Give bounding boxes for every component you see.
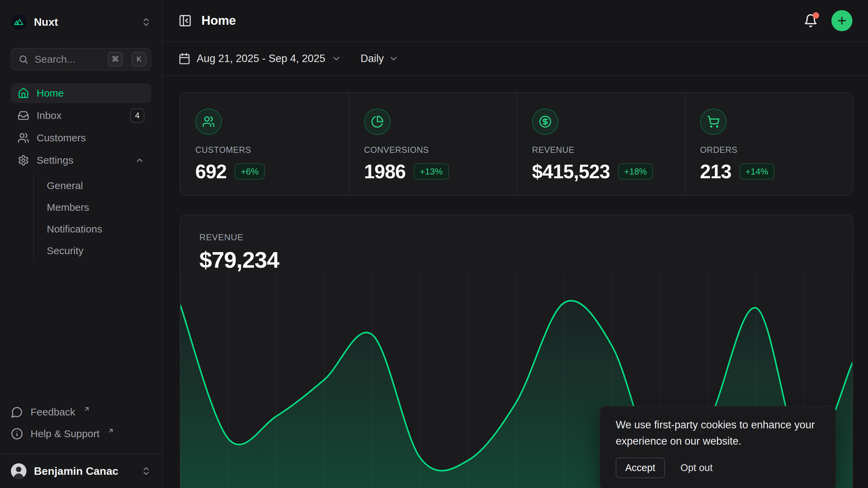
revenue-chart-value: $79,234 — [199, 247, 833, 273]
help-support-label: Help & Support — [31, 428, 99, 440]
user-name: Benjamin Canac — [34, 465, 118, 477]
stat-value: 1986 — [364, 160, 406, 183]
chevron-down-icon — [331, 54, 341, 64]
sidebar-spacer — [0, 262, 162, 401]
info-circle-icon — [11, 428, 23, 440]
home-icon — [18, 87, 29, 99]
accept-button[interactable]: Accept — [616, 458, 665, 478]
stat-label: ORDERS — [700, 145, 838, 155]
stat-value: 213 — [700, 160, 731, 183]
help-support-link[interactable]: Help & Support — [11, 423, 151, 445]
notifications-button[interactable] — [804, 14, 818, 28]
calendar-icon — [178, 53, 191, 65]
revenue-chart-label: REVENUE — [199, 232, 833, 243]
sidebar-toggle-icon[interactable] — [178, 14, 192, 27]
sidebar: Nuxt ⌘ K Home — [0, 0, 163, 488]
interval-value: Daily — [360, 53, 384, 65]
opt-out-button[interactable]: Opt out — [680, 462, 713, 473]
pie-chart-icon — [364, 108, 391, 135]
interval-select[interactable]: Daily — [360, 53, 399, 65]
dollar-circle-icon — [532, 108, 558, 135]
sidebar-footer: Feedback Help & Support — [0, 401, 162, 453]
cookie-message: We use first-party cookies to enhance yo… — [616, 417, 820, 449]
cart-icon — [700, 108, 727, 135]
sidebar-item-label: Inbox — [37, 110, 61, 121]
stat-delta-badge: +13% — [414, 163, 449, 180]
sidebar-user-section: Benjamin Canac — [0, 453, 162, 488]
sidebar-nav: Home Inbox 4 Customers Settings — [0, 83, 162, 262]
chevrons-up-down-icon — [141, 466, 151, 476]
stat-card-revenue: REVENUE $415,523 +18% — [516, 93, 685, 195]
stat-delta-badge: +14% — [739, 163, 774, 180]
gear-icon — [18, 155, 29, 166]
stat-card-customers: CUSTOMERS 692 +6% — [180, 93, 349, 195]
page-title: Home — [201, 14, 236, 28]
inbox-count-badge: 4 — [130, 108, 144, 123]
sidebar-item-home[interactable]: Home — [11, 83, 151, 103]
stat-delta-badge: +6% — [235, 163, 265, 180]
stat-delta-badge: +18% — [618, 163, 653, 180]
avatar — [11, 463, 26, 479]
external-link-icon — [83, 406, 90, 412]
cookie-actions: Accept Opt out — [616, 458, 820, 478]
sidebar-item-customers[interactable]: Customers — [11, 128, 151, 148]
stat-label: CONVERSIONS — [364, 145, 502, 155]
feedback-label: Feedback — [31, 406, 75, 418]
search-icon — [18, 54, 28, 64]
page-header: Home — [163, 0, 868, 42]
kbd-meta: ⌘ — [108, 52, 123, 67]
add-button[interactable] — [831, 10, 852, 31]
sidebar-subitem-notifications[interactable]: Notifications — [47, 218, 151, 240]
chat-bubble-icon — [11, 406, 23, 418]
feedback-link[interactable]: Feedback — [11, 401, 151, 423]
date-range-value: Aug 21, 2025 - Sep 4, 2025 — [197, 53, 325, 65]
chevron-down-icon — [389, 54, 399, 64]
sidebar-item-label: Home — [37, 87, 64, 99]
sidebar-subitem-general[interactable]: General — [47, 175, 151, 197]
search-input[interactable] — [35, 54, 102, 65]
filters-toolbar: Aug 21, 2025 - Sep 4, 2025 Daily — [163, 42, 868, 76]
users-icon — [195, 108, 222, 135]
stat-label: CUSTOMERS — [195, 145, 334, 155]
external-link-icon — [107, 427, 114, 434]
stat-value: $415,523 — [532, 160, 610, 183]
chevron-up-icon — [135, 156, 144, 165]
notification-dot — [813, 12, 819, 19]
sidebar-top: Nuxt ⌘ K — [0, 0, 162, 70]
chevrons-up-down-icon — [141, 17, 151, 27]
sidebar-subitem-security[interactable]: Security — [47, 240, 151, 262]
stat-label: REVENUE — [532, 145, 670, 155]
plus-icon — [836, 15, 848, 26]
inbox-icon — [18, 110, 29, 121]
user-menu[interactable]: Benjamin Canac — [11, 459, 151, 483]
stat-value: 692 — [195, 160, 226, 183]
sidebar-item-settings[interactable]: Settings — [11, 150, 151, 170]
workspace-switcher[interactable]: Nuxt — [11, 10, 151, 34]
workspace-name: Nuxt — [34, 16, 58, 28]
sidebar-subitem-members[interactable]: Members — [47, 197, 151, 218]
date-range-picker[interactable]: Aug 21, 2025 - Sep 4, 2025 — [178, 53, 341, 65]
search-input-wrap[interactable]: ⌘ K — [11, 48, 151, 70]
stat-card-orders: ORDERS 213 +14% — [685, 93, 853, 195]
settings-subnav: General Members Notifications Security — [33, 175, 151, 262]
sidebar-item-label: Settings — [37, 155, 73, 166]
sidebar-item-label: Customers — [37, 132, 86, 144]
revenue-chart-header: REVENUE $79,234 — [180, 215, 852, 273]
stat-card-conversions: CONVERSIONS 1986 +13% — [349, 93, 517, 195]
nuxt-logo-icon — [11, 14, 26, 30]
stats-row: CUSTOMERS 692 +6% CONVERSIONS 1986 +13% — [180, 92, 853, 196]
users-icon — [18, 132, 29, 144]
sidebar-item-inbox[interactable]: Inbox 4 — [11, 106, 151, 125]
header-actions — [804, 10, 852, 31]
cookie-banner: We use first-party cookies to enhance yo… — [599, 406, 836, 488]
kbd-k: K — [132, 52, 146, 67]
